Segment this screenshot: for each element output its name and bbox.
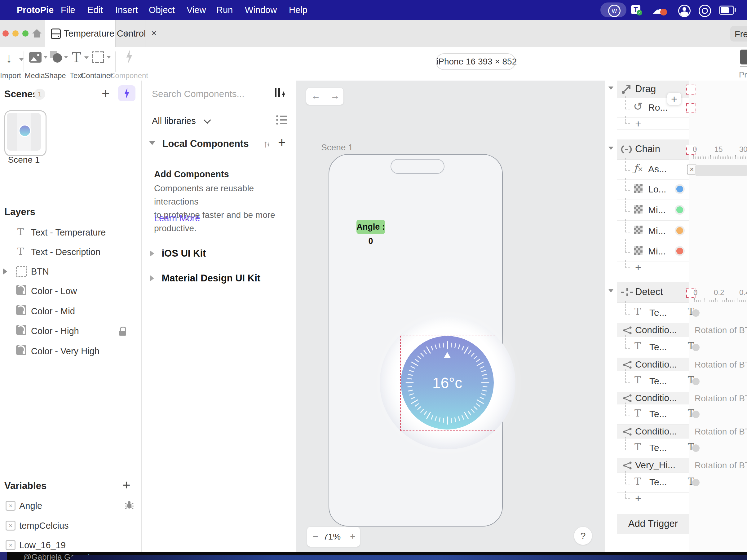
timeline-dot[interactable] bbox=[692, 378, 700, 385]
response-mid-red[interactable]: Mi... bbox=[617, 241, 689, 262]
timeline-dot[interactable] bbox=[692, 344, 700, 351]
add-scene-button[interactable]: + bbox=[102, 85, 110, 101]
layer-row-color-mid[interactable]: Color - Mid bbox=[0, 302, 141, 322]
media-button[interactable] bbox=[29, 51, 48, 68]
color-dot[interactable] bbox=[675, 205, 685, 215]
expand-icon[interactable] bbox=[3, 268, 7, 274]
undo-back-button[interactable]: ← bbox=[311, 90, 320, 101]
minimize-window-button[interactable] bbox=[12, 30, 19, 36]
layer-row-color-high[interactable]: Color - High bbox=[0, 322, 141, 342]
menu-app-name[interactable]: ProtoPie bbox=[17, 0, 54, 20]
local-components-section[interactable]: Local Components bbox=[149, 138, 249, 150]
cloud-icon[interactable]: ☁ bbox=[652, 2, 665, 22]
response-mid-orange[interactable]: Mi... bbox=[617, 221, 689, 241]
zoom-level[interactable]: 71% bbox=[323, 532, 341, 542]
airdrop-icon[interactable] bbox=[699, 5, 711, 17]
variable-row-angle[interactable]: × Angle bbox=[0, 498, 141, 516]
collapse-drag-icon[interactable] bbox=[609, 86, 613, 89]
chain-timeline-ruler[interactable] bbox=[693, 155, 747, 159]
menu-help[interactable]: Help bbox=[289, 0, 307, 20]
preview-icon[interactable] bbox=[740, 50, 747, 64]
collapse-icon[interactable] bbox=[149, 141, 155, 145]
scene-name-label[interactable]: Scene 1 bbox=[4, 155, 43, 165]
color-dot[interactable] bbox=[675, 225, 685, 236]
condition-2[interactable]: Conditio... bbox=[617, 358, 689, 371]
container-button[interactable] bbox=[93, 51, 112, 68]
tab-temperature-control[interactable]: Temperature Control × bbox=[45, 20, 115, 47]
add-component-button[interactable]: + bbox=[278, 135, 286, 150]
response-text-1[interactable]: T Te... T bbox=[617, 303, 689, 323]
add-trigger-button[interactable]: Add Trigger bbox=[617, 514, 689, 534]
response-text-4[interactable]: T Te... T bbox=[617, 404, 689, 425]
response-low[interactable]: Lo... bbox=[617, 180, 689, 200]
condition-1[interactable]: Conditio... bbox=[617, 323, 689, 337]
menu-object[interactable]: Object bbox=[149, 0, 175, 20]
menubar-active-app-highlight[interactable]: w bbox=[600, 2, 626, 17]
menu-insert[interactable]: Insert bbox=[115, 0, 138, 20]
auto-trigger-button[interactable] bbox=[118, 85, 135, 101]
menu-file[interactable]: File bbox=[61, 0, 75, 20]
help-button[interactable]: ? bbox=[574, 527, 592, 545]
zoom-out-button[interactable]: − bbox=[313, 531, 318, 542]
search-components-input[interactable]: Search Components... bbox=[152, 89, 244, 99]
layer-row-color-very-high[interactable]: Color - Very High bbox=[0, 342, 141, 362]
response-text-2[interactable]: T Te... T bbox=[617, 337, 689, 358]
import-button[interactable]: ↓ bbox=[4, 50, 23, 69]
zoom-window-button[interactable] bbox=[22, 30, 28, 36]
device-selector[interactable]: iPhone 16 393 × 852 bbox=[436, 53, 516, 70]
ios-ui-kit-section[interactable]: iOS UI Kit bbox=[150, 248, 206, 259]
redo-forward-button[interactable]: → bbox=[330, 90, 340, 101]
color-dot[interactable] bbox=[675, 246, 685, 256]
device-frame[interactable]: Angle : 0 16°c bbox=[329, 154, 503, 527]
response-assign[interactable]: ƒ× As... × bbox=[617, 160, 689, 180]
response-text-5[interactable]: T Te... T bbox=[617, 438, 689, 458]
home-icon[interactable] bbox=[32, 29, 42, 37]
new-tab-button[interactable]: + bbox=[123, 27, 130, 42]
timeline-dot[interactable] bbox=[692, 410, 700, 418]
trigger-chain[interactable]: Chain bbox=[617, 139, 689, 160]
color-dot[interactable] bbox=[675, 184, 685, 194]
angle-badge[interactable]: Angle : 0 bbox=[357, 220, 385, 234]
variable-row-tempcelcius[interactable]: × tempCelcius bbox=[0, 518, 141, 535]
layer-row-text-temperature[interactable]: T Text - Temperature bbox=[0, 224, 141, 243]
layer-row-color-low[interactable]: Color - Low bbox=[0, 282, 141, 301]
menu-view[interactable]: View bbox=[187, 0, 206, 20]
trigger-detect[interactable]: Detect bbox=[617, 282, 689, 303]
libraries-dropdown[interactable]: All libraries bbox=[152, 116, 209, 126]
list-view-icon[interactable] bbox=[276, 115, 278, 117]
shape-button[interactable] bbox=[50, 51, 69, 68]
timeline-dot[interactable] bbox=[692, 479, 700, 486]
add-response-chain[interactable]: + bbox=[617, 262, 689, 273]
selection-rectangle[interactable] bbox=[400, 336, 495, 431]
lock-icon[interactable] bbox=[119, 327, 126, 336]
timeline-dot[interactable] bbox=[692, 445, 700, 452]
response-text-3[interactable]: T Te... T bbox=[617, 371, 689, 392]
user-icon[interactable] bbox=[678, 5, 691, 17]
expand-icon[interactable] bbox=[150, 275, 154, 282]
debug-bug-icon[interactable] bbox=[125, 500, 134, 509]
timeline-dot[interactable] bbox=[692, 309, 700, 317]
expand-icon[interactable] bbox=[150, 250, 154, 257]
collapse-detect-icon[interactable] bbox=[609, 289, 613, 292]
condition-3[interactable]: Conditio... bbox=[617, 392, 689, 404]
response-text-6[interactable]: T Te... T bbox=[617, 473, 689, 493]
menu-edit[interactable]: Edit bbox=[87, 0, 103, 20]
scene-thumbnail[interactable] bbox=[4, 110, 47, 156]
text-button[interactable]: T bbox=[72, 50, 91, 68]
add-variable-button[interactable]: + bbox=[123, 477, 130, 493]
scene-canvas-label[interactable]: Scene 1 bbox=[321, 142, 353, 153]
material-ui-kit-section[interactable]: Material Design UI Kit bbox=[150, 273, 260, 284]
floating-add-button[interactable]: + bbox=[667, 93, 681, 105]
layer-row-text-description[interactable]: T Text - Description bbox=[0, 243, 141, 263]
plan-badge[interactable]: Fre bbox=[730, 26, 747, 42]
condition-very-high[interactable]: Very_Hi... bbox=[617, 458, 689, 473]
response-mid-green[interactable]: Mi... bbox=[617, 200, 689, 221]
add-response-drag[interactable]: + bbox=[617, 118, 689, 130]
layer-row-btn[interactable]: BTN bbox=[0, 263, 141, 282]
collapse-chain-icon[interactable] bbox=[609, 146, 613, 150]
tab-close-icon[interactable]: × bbox=[151, 28, 157, 38]
learn-more-link[interactable]: Learn More bbox=[154, 213, 200, 223]
condition-4[interactable]: Conditio... bbox=[617, 425, 689, 438]
sort-icon[interactable]: ↑ bbox=[263, 138, 270, 150]
zoom-in-button[interactable]: + bbox=[350, 531, 356, 542]
